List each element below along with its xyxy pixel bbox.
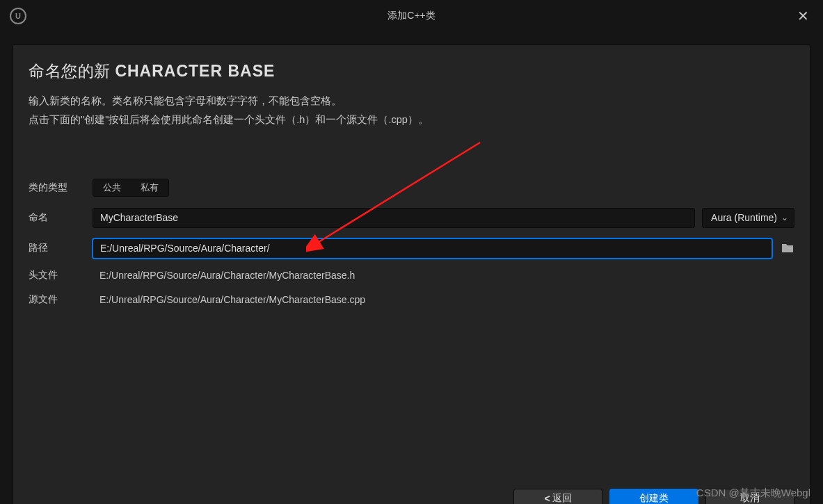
footer-buttons: < 返回 创建类 取消	[29, 480, 794, 504]
window-title: 添加C++类	[387, 10, 435, 22]
class-type-toggle: 公共 私有	[93, 179, 169, 197]
source-file-label: 源文件	[29, 293, 93, 306]
back-label: 返回	[552, 492, 572, 505]
desc-line: 点击下面的"创建"按钮后将会使用此命名创建一个头文件（.h）和一个源文件（.cp…	[29, 111, 794, 129]
name-row: 命名 Aura (Runtime) ⌄	[29, 208, 794, 228]
back-button[interactable]: < 返回	[513, 489, 602, 504]
page-title: 命名您的新 CHARACTER BASE	[29, 60, 794, 82]
path-label: 路径	[29, 242, 93, 254]
desc-line: 输入新类的名称。类名称只能包含字母和数字字符，不能包含空格。	[29, 92, 794, 111]
close-icon[interactable]: ✕	[792, 6, 815, 26]
watermark: CSDN @暮志未晚Webgl	[696, 487, 810, 500]
path-input[interactable]	[93, 238, 772, 259]
private-button[interactable]: 私有	[131, 179, 168, 196]
chevron-down-icon: ⌄	[781, 213, 788, 222]
class-type-label: 类的类型	[29, 181, 93, 194]
ue-logo-icon: U	[10, 8, 26, 24]
public-button[interactable]: 公共	[93, 179, 131, 196]
header-file-row: 头文件 E:/Unreal/RPG/Source/Aura/Character/…	[29, 269, 794, 282]
module-value: Aura (Runtime)	[711, 212, 777, 223]
title-classname: CHARACTER BASE	[115, 62, 275, 80]
chevron-left-icon: <	[544, 493, 550, 504]
main-panel: 命名您的新 CHARACTER BASE 输入新类的名称。类名称只能包含字母和数…	[13, 44, 810, 504]
title-prefix: 命名您的新	[29, 62, 115, 80]
source-file-row: 源文件 E:/Unreal/RPG/Source/Aura/Character/…	[29, 293, 794, 306]
header-file-label: 头文件	[29, 269, 93, 282]
title-bar: U 添加C++类 ✕	[0, 0, 823, 32]
browse-folder-icon[interactable]	[781, 243, 794, 254]
class-type-row: 类的类型 公共 私有	[29, 178, 794, 197]
path-row: 路径	[29, 238, 794, 259]
create-button[interactable]: 创建类	[609, 489, 698, 504]
name-label: 命名	[29, 211, 93, 224]
module-dropdown[interactable]: Aura (Runtime) ⌄	[702, 208, 794, 228]
header-file-value: E:/Unreal/RPG/Source/Aura/Character/MyCh…	[93, 270, 355, 281]
description: 输入新类的名称。类名称只能包含字母和数字字符，不能包含空格。 点击下面的"创建"…	[29, 92, 794, 129]
source-file-value: E:/Unreal/RPG/Source/Aura/Character/MyCh…	[93, 294, 365, 305]
name-input[interactable]	[93, 208, 695, 228]
